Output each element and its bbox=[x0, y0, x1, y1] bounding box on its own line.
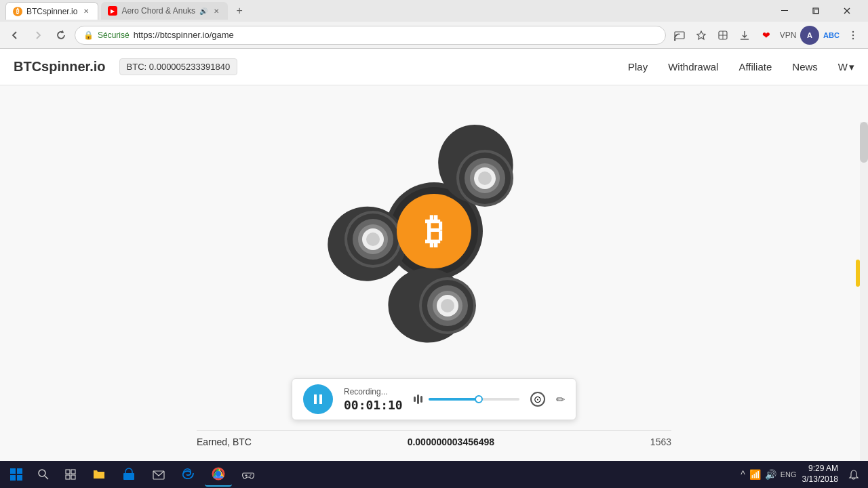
recording-pause-button[interactable] bbox=[303, 384, 333, 414]
search-button[interactable] bbox=[31, 462, 56, 487]
title-bar: ₿ BTCspinner.io ✕ ▶ Aero Chord & Anuks 🔊… bbox=[0, 0, 868, 22]
btc-balance: BTC: 0.000005233391840 bbox=[119, 58, 238, 75]
download-icon[interactable] bbox=[735, 26, 754, 45]
chrome-button[interactable] bbox=[205, 462, 232, 487]
svg-point-13 bbox=[852, 34, 854, 35]
tab-aerochord[interactable]: ▶ Aero Chord & Anuks 🔊 ✕ bbox=[101, 2, 228, 20]
spinner-container[interactable]: ₿ bbox=[305, 99, 563, 357]
menu-icon[interactable] bbox=[844, 26, 863, 45]
clock-date: 3/13/2018 bbox=[802, 474, 838, 485]
svg-rect-49 bbox=[71, 470, 75, 474]
heart-icon[interactable]: ❤ bbox=[757, 26, 776, 45]
restore-button[interactable] bbox=[800, 0, 831, 22]
url-text: https://btcspinner.io/game bbox=[134, 30, 234, 40]
nav-affiliate[interactable]: Affiliate bbox=[738, 61, 772, 73]
volume-icon[interactable]: 🔊 bbox=[765, 469, 776, 480]
svg-point-60 bbox=[250, 475, 251, 476]
bitcoin-spinner: ₿ bbox=[305, 99, 563, 357]
svg-point-37 bbox=[366, 232, 380, 246]
svg-rect-1 bbox=[813, 8, 818, 14]
profile-icon[interactable]: A bbox=[800, 26, 819, 45]
window-controls bbox=[769, 0, 863, 22]
secure-label: Sécurisé bbox=[98, 30, 130, 40]
wave-bar-1 bbox=[414, 396, 416, 402]
svg-rect-45 bbox=[17, 475, 22, 481]
mail-button[interactable] bbox=[145, 462, 172, 487]
notification-button[interactable] bbox=[844, 462, 864, 487]
scrollbar[interactable] bbox=[860, 122, 868, 461]
tab2-close[interactable]: ✕ bbox=[212, 6, 221, 16]
earned-label: Earned, BTC bbox=[197, 436, 252, 447]
extensions-icon[interactable] bbox=[713, 26, 732, 45]
nav-play[interactable]: Play bbox=[628, 61, 648, 73]
webcam-icon: ⊙ bbox=[534, 394, 542, 405]
svg-rect-40 bbox=[314, 394, 317, 404]
nav-w-dropdown[interactable]: W ▾ bbox=[838, 61, 854, 73]
refresh-button[interactable] bbox=[52, 26, 71, 45]
back-button[interactable] bbox=[5, 26, 24, 45]
taskbar-clock[interactable]: 9:29 AM 3/13/2018 bbox=[802, 464, 838, 485]
vpn-icon[interactable]: VPN bbox=[778, 26, 797, 45]
lang-indicator[interactable]: ENG bbox=[781, 470, 797, 479]
svg-rect-0 bbox=[781, 10, 788, 11]
svg-rect-44 bbox=[10, 475, 16, 481]
recording-progress-bar[interactable] bbox=[429, 398, 519, 401]
svg-point-6 bbox=[674, 39, 676, 41]
svg-rect-43 bbox=[17, 468, 22, 474]
cast-icon[interactable] bbox=[670, 26, 689, 45]
star-icon[interactable] bbox=[692, 26, 711, 45]
task-view-button[interactable] bbox=[58, 462, 83, 487]
recording-status: Recording... bbox=[344, 387, 403, 396]
gamepad-button[interactable] bbox=[235, 462, 262, 487]
toolbar-icons: ❤ VPN A ABC bbox=[670, 26, 863, 45]
chevron-down-icon: ▾ bbox=[849, 61, 854, 73]
svg-point-59 bbox=[250, 474, 252, 476]
wave-bar-2 bbox=[417, 394, 419, 404]
svg-point-46 bbox=[39, 470, 45, 476]
recording-time: 00:01:10 bbox=[344, 398, 403, 412]
recording-annotate-button[interactable]: ✏ bbox=[556, 393, 565, 406]
svg-rect-42 bbox=[10, 468, 16, 474]
svg-rect-50 bbox=[66, 475, 70, 479]
close-button[interactable] bbox=[831, 0, 863, 22]
waveform-display bbox=[414, 394, 519, 404]
tab1-favicon: ₿ bbox=[13, 7, 22, 16]
translate-icon[interactable]: ABC bbox=[822, 26, 841, 45]
svg-point-14 bbox=[852, 37, 854, 39]
tab2-label: Aero Chord & Anuks bbox=[121, 6, 195, 16]
chevron-up-icon[interactable]: ^ bbox=[741, 469, 745, 480]
site-logo[interactable]: BTCspinner.io bbox=[14, 59, 106, 75]
nav-news[interactable]: News bbox=[792, 61, 818, 73]
svg-point-25 bbox=[478, 171, 492, 185]
svg-rect-52 bbox=[123, 473, 134, 480]
nav-withdrawal[interactable]: Withdrawal bbox=[668, 61, 718, 73]
tab2-favicon: ▶ bbox=[108, 6, 117, 16]
main-content: ₿ Recording... 00:01:10 bbox=[0, 85, 868, 461]
taskbar-right: ^ 📶 🔊 ENG 9:29 AM 3/13/2018 bbox=[741, 462, 864, 487]
balance-value: 0.000005233391840 bbox=[149, 62, 230, 72]
earned-value: 0.000000003456498 bbox=[408, 436, 494, 447]
svg-text:₿: ₿ bbox=[425, 211, 443, 251]
svg-line-47 bbox=[45, 476, 48, 479]
url-bar[interactable]: 🔒 Sécurisé https://btcspinner.io/game bbox=[75, 26, 666, 45]
wave-bar-3 bbox=[420, 396, 422, 403]
earned-row: Earned, BTC 0.000000003456498 1563 bbox=[197, 430, 671, 447]
scrollbar-thumb[interactable] bbox=[860, 122, 868, 163]
start-button[interactable] bbox=[4, 462, 28, 487]
recording-webcam-button[interactable]: ⊙ bbox=[530, 392, 545, 407]
explorer-button[interactable] bbox=[85, 462, 113, 487]
new-tab-btn[interactable]: + bbox=[231, 2, 248, 20]
svg-point-56 bbox=[216, 471, 221, 476]
site-nav: BTCspinner.io BTC: 0.000005233391840 Pla… bbox=[0, 49, 868, 85]
forward-button[interactable] bbox=[28, 26, 47, 45]
recording-progress-fill bbox=[429, 398, 479, 401]
svg-point-31 bbox=[441, 299, 454, 312]
network-icon[interactable]: 📶 bbox=[749, 469, 761, 480]
store-button[interactable] bbox=[115, 462, 142, 487]
taskbar-system-icons: ^ 📶 🔊 ENG bbox=[741, 469, 796, 480]
minimize-button[interactable] bbox=[769, 0, 800, 22]
edge-button[interactable] bbox=[175, 462, 202, 487]
recording-toolbar: Recording... 00:01:10 ⊙ ✏ bbox=[292, 378, 576, 420]
tab-btcspinner[interactable]: ₿ BTCspinner.io ✕ bbox=[5, 2, 98, 20]
tab1-close[interactable]: ✕ bbox=[81, 7, 91, 16]
